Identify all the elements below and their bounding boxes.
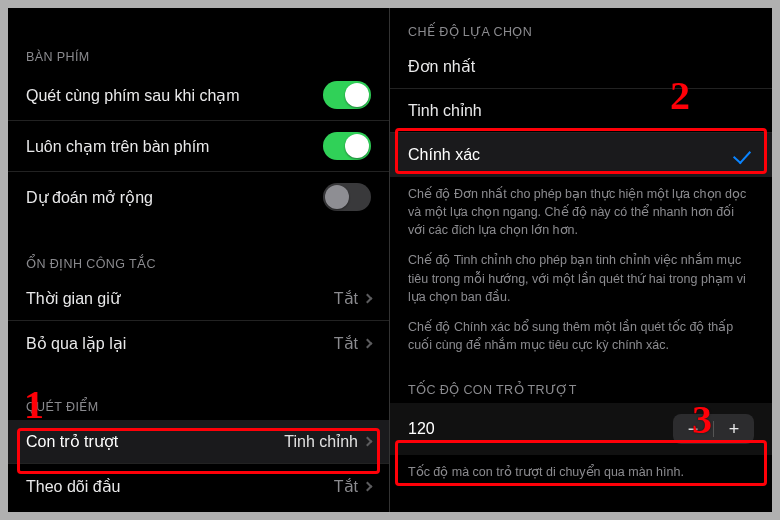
row-mode-single[interactable]: Đơn nhất — [390, 45, 772, 89]
section-header-point-scan: QUÉT ĐIỂM — [8, 385, 389, 420]
row-always-tap-keyboard[interactable]: Luôn chạm trên bàn phím — [8, 121, 389, 172]
row-label: Đơn nhất — [408, 57, 475, 76]
row-value: Tắt — [334, 334, 371, 353]
chevron-icon — [363, 437, 373, 447]
section-header-switch-stab: ỔN ĐỊNH CÔNG TẮC — [8, 242, 389, 277]
row-label: Quét cùng phím sau khi chạm — [26, 86, 240, 105]
chevron-icon — [363, 338, 373, 348]
row-ignore-repeat[interactable]: Bỏ qua lặp lại Tắt — [8, 321, 389, 365]
toggle-knob — [345, 83, 369, 107]
chevron-icon — [363, 294, 373, 304]
mode-description-precise: Chế độ Chính xác bổ sung thêm một lần qu… — [390, 310, 772, 358]
row-label: Tinh chỉnh — [408, 101, 482, 120]
row-hold-duration[interactable]: Thời gian giữ Tắt — [8, 277, 389, 321]
row-label: Chính xác — [408, 146, 480, 164]
section-header-cursor-speed: TỐC ĐỘ CON TRỎ TRƯỢT — [390, 368, 772, 403]
toggle-knob — [325, 185, 349, 209]
row-cursor-speed: 120 − + — [390, 403, 772, 455]
row-extended-predictions[interactable]: Dự đoán mở rộng — [8, 172, 389, 222]
section-header-selection-mode: CHẾ ĐỘ LỰA CHỌN — [390, 10, 772, 45]
row-mode-refine[interactable]: Tinh chỉnh — [390, 89, 772, 133]
row-mode-precise[interactable]: Chính xác — [390, 133, 772, 177]
stepper-plus-button[interactable]: + — [714, 414, 754, 444]
stepper-minus-button[interactable]: − — [673, 414, 713, 444]
toggle-scan-after-tap[interactable] — [323, 81, 371, 109]
settings-pane-left: BÀN PHÍM Quét cùng phím sau khi chạm Luô… — [8, 8, 390, 512]
toggle-knob — [345, 134, 369, 158]
toggle-extended-predict[interactable] — [323, 183, 371, 211]
speed-value: 120 — [408, 420, 435, 438]
row-value: Tắt — [334, 477, 371, 496]
row-label: Bỏ qua lặp lại — [26, 334, 126, 353]
mode-description-single: Chế độ Đơn nhất cho phép bạn thực hiện m… — [390, 177, 772, 243]
speed-stepper: − + — [673, 414, 754, 444]
speed-description: Tốc độ mà con trỏ trượt di chuyển qua mà… — [390, 455, 772, 485]
row-label: Thời gian giữ — [26, 289, 120, 308]
row-head-tracking[interactable]: Theo dõi đầu Tắt — [8, 464, 389, 508]
row-value: Tinh chỉnh — [284, 432, 371, 451]
row-label: Luôn chạm trên bàn phím — [26, 137, 209, 156]
settings-pane-right: CHẾ ĐỘ LỰA CHỌN Đơn nhất Tinh chỉnh Chín… — [390, 8, 772, 512]
row-value: Tắt — [334, 289, 371, 308]
section-header-keyboard: BÀN PHÍM — [8, 36, 389, 70]
row-gliding-cursor[interactable]: Con trỏ trượt Tinh chỉnh — [8, 420, 389, 464]
mode-description-refine: Chế độ Tinh chỉnh cho phép bạn tinh chỉn… — [390, 243, 772, 309]
chevron-icon — [363, 481, 373, 491]
row-scan-same-key-after-tap[interactable]: Quét cùng phím sau khi chạm — [8, 70, 389, 121]
checkmark-icon — [733, 146, 751, 165]
row-label: Con trỏ trượt — [26, 432, 118, 451]
row-label: Theo dõi đầu — [26, 477, 121, 496]
screenshot-stage: BÀN PHÍM Quét cùng phím sau khi chạm Luô… — [8, 8, 772, 512]
row-label: Dự đoán mở rộng — [26, 188, 153, 207]
toggle-always-tap[interactable] — [323, 132, 371, 160]
